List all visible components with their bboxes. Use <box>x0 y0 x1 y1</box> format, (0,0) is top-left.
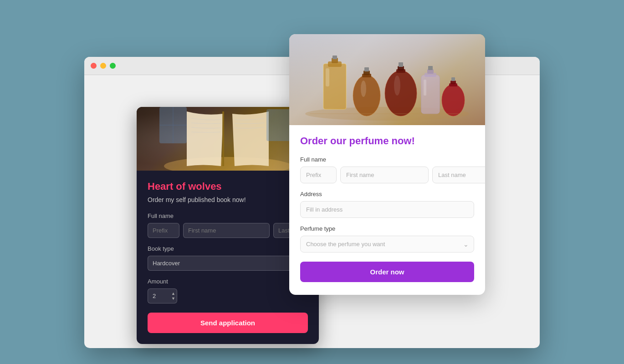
svg-rect-10 <box>332 56 337 59</box>
svg-point-12 <box>353 75 380 116</box>
svg-rect-20 <box>399 62 403 67</box>
perfume-card-body: Order our perfume now! Full name Address… <box>289 125 485 295</box>
svg-point-27 <box>442 84 465 116</box>
book-illustration <box>150 107 305 171</box>
svg-point-16 <box>361 81 366 97</box>
perfume-form-card: Order our perfume now! Full name Address… <box>289 34 485 295</box>
perfume-title: Order our perfume now! <box>300 135 474 147</box>
perfume-illustration <box>296 36 478 121</box>
book-subtitle: Order my self published book now! <box>148 196 308 203</box>
order-now-button[interactable]: Order now <box>300 262 474 282</box>
amount-up-button[interactable]: ▲ <box>171 292 175 296</box>
book-type-label: Book type <box>148 245 308 252</box>
svg-point-0 <box>164 157 292 171</box>
svg-rect-1 <box>222 111 224 166</box>
perfume-type-select[interactable]: Choose the perfume you want Option 1 Opt… <box>300 236 474 253</box>
perfume-first-name-input[interactable] <box>340 167 429 183</box>
perfume-last-name-input[interactable] <box>432 167 485 183</box>
svg-rect-25 <box>428 66 433 70</box>
svg-rect-11 <box>326 68 329 86</box>
book-title: Heart of wolves <box>148 181 308 192</box>
svg-rect-5 <box>266 109 292 141</box>
send-application-button[interactable]: Send application <box>148 313 308 333</box>
perfume-type-label: Perfume type <box>300 225 474 232</box>
amount-input-wrap: ▲ ▼ <box>148 288 177 303</box>
maximize-dot[interactable] <box>110 63 116 69</box>
address-input[interactable] <box>300 201 474 218</box>
book-type-select[interactable]: Hardcover Paperback <box>148 256 308 271</box>
minimize-dot[interactable] <box>100 63 106 69</box>
prefix-input[interactable] <box>148 223 179 238</box>
perfume-name-row <box>300 167 474 183</box>
perfume-hero-image <box>289 34 485 125</box>
perfume-select-wrap: Choose the perfume you want Option 1 Opt… <box>300 236 474 253</box>
name-row <box>148 223 308 238</box>
svg-rect-29 <box>450 81 456 84</box>
svg-point-21 <box>394 76 400 96</box>
svg-point-17 <box>385 71 417 116</box>
amount-arrows: ▲ ▼ <box>171 292 175 301</box>
close-dot[interactable] <box>91 63 97 69</box>
amount-label: Amount <box>148 278 308 285</box>
svg-rect-30 <box>451 77 455 81</box>
amount-down-button[interactable]: ▼ <box>171 297 175 301</box>
amount-row: ▲ ▼ <box>148 288 308 303</box>
address-label: Address <box>300 191 474 197</box>
svg-rect-15 <box>364 67 369 71</box>
first-name-input[interactable] <box>183 223 270 238</box>
perfume-full-name-label: Full name <box>300 156 474 163</box>
perfume-prefix-input[interactable] <box>300 167 337 183</box>
svg-rect-26 <box>424 80 426 96</box>
full-name-label: Full name <box>148 212 308 219</box>
